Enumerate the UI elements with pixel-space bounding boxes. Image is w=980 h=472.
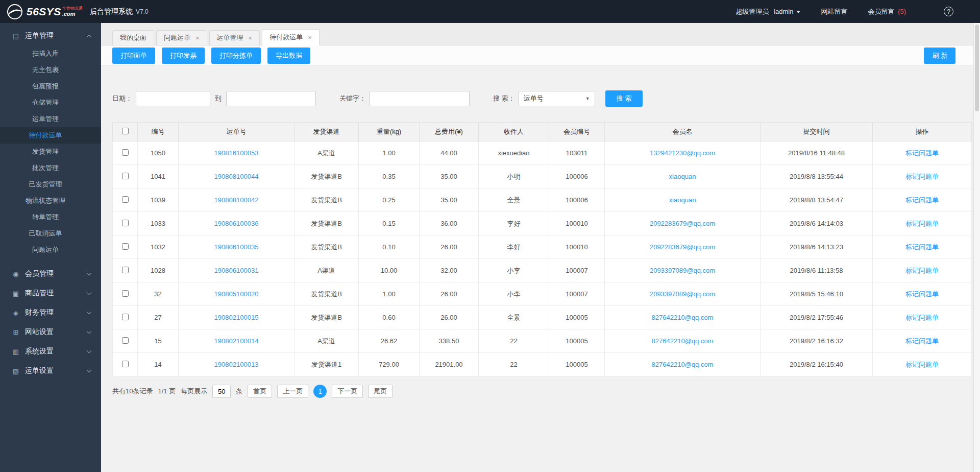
tab[interactable]: 待付款运单 ×	[262, 29, 320, 45]
cell-member-name-link[interactable]: 1329421230@qq.com	[605, 141, 761, 165]
tab[interactable]: 问题运单 ×	[156, 30, 207, 45]
row-checkbox[interactable]	[122, 220, 129, 226]
cell-member-name-link[interactable]: 827642210@qq.com	[605, 353, 761, 376]
sidebar-sub-item[interactable]: 批次管理	[0, 160, 101, 176]
user-menu[interactable]: iadmin	[774, 8, 800, 15]
cell-mark-problem-link[interactable]: 标记问题单	[873, 188, 972, 212]
cell-member-name-link[interactable]: 827642210@qq.com	[605, 329, 761, 353]
last-page-button[interactable]: 尾页	[368, 385, 393, 398]
row-checkbox[interactable]	[122, 267, 129, 273]
cell-mark-problem-link[interactable]: 标记问题单	[873, 282, 972, 306]
nav-group-waybill-management[interactable]: ▤ 运单管理	[0, 26, 101, 45]
nav-group[interactable]: ▧ 运单设置	[0, 361, 101, 381]
sidebar-sub-item[interactable]: 已发货管理	[0, 176, 101, 193]
site-messages-link[interactable]: 网站留言	[821, 7, 847, 16]
date-to-input[interactable]	[226, 91, 316, 106]
sidebar-sub-item[interactable]: 扫描入库	[0, 45, 101, 62]
search-type-select[interactable]: 运单号 ▼	[519, 91, 595, 106]
scrollbar[interactable]	[973, 23, 980, 472]
cell-waybill-link[interactable]: 190802100014	[179, 329, 295, 353]
toolbar-button[interactable]: 导出数据	[267, 48, 310, 64]
tab-close-icon[interactable]: ×	[195, 35, 200, 41]
cell-channel: 发货渠道B	[295, 235, 359, 259]
nav-group[interactable]: ◉ 会员管理	[0, 264, 101, 284]
cell-member-name-link[interactable]: 2093397089@qq.com	[605, 259, 761, 282]
sidebar-sub-item[interactable]: 已取消运单	[0, 225, 101, 242]
toolbar-button[interactable]: 打印发票	[162, 48, 205, 64]
cell-member-name-link[interactable]: xiaoquan	[605, 188, 761, 212]
cell-waybill-link[interactable]: 190808100044	[179, 165, 295, 188]
column-header: 操作	[873, 123, 972, 141]
cell-mark-problem-link[interactable]: 标记问题单	[873, 165, 972, 188]
cell-recipient: 全景	[479, 306, 549, 329]
tab-close-icon[interactable]: ×	[249, 35, 253, 41]
cell-member-name-link[interactable]: 2092283679@qq.com	[605, 235, 761, 259]
search-button[interactable]: 搜 索	[605, 90, 643, 107]
sidebar-sub-item[interactable]: 运单管理	[0, 111, 101, 127]
toolbar-button[interactable]: 打印分拣单	[211, 48, 261, 64]
first-page-button[interactable]: 首页	[248, 385, 272, 398]
row-checkbox-cell	[113, 329, 138, 353]
cell-member-name-link[interactable]: 2093397089@qq.com	[605, 282, 761, 306]
cell-mark-problem-link[interactable]: 标记问题单	[873, 329, 972, 353]
row-checkbox[interactable]	[122, 361, 129, 367]
tab-close-icon[interactable]: ×	[308, 34, 312, 41]
row-checkbox[interactable]	[122, 314, 129, 320]
cell-waybill-link[interactable]: 190816100053	[179, 141, 295, 165]
nav-group[interactable]: ▥ 系统设置	[0, 342, 101, 361]
row-checkbox[interactable]	[122, 290, 129, 297]
sidebar-sub-item[interactable]: 包裹预报	[0, 78, 101, 95]
sidebar-sub-item[interactable]: 转单管理	[0, 209, 101, 225]
cell-member-name-link[interactable]: 827642210@qq.com	[605, 306, 761, 329]
row-checkbox-cell	[113, 259, 138, 282]
row-checkbox[interactable]	[122, 243, 129, 250]
nav-group-icon: ▣	[11, 290, 20, 297]
cell-waybill-link[interactable]: 190808100042	[179, 188, 295, 212]
refresh-button[interactable]: 刷 新	[924, 48, 955, 64]
cell-mark-problem-link[interactable]: 标记问题单	[873, 212, 972, 235]
tab-bar: 我的桌面 问题运单 × 运单管理 × 待付款运单 ×	[101, 23, 980, 45]
current-page-button[interactable]: 1	[313, 385, 327, 398]
scrollbar-thumb[interactable]	[975, 25, 979, 111]
member-messages-link[interactable]: 会员留言 (5)	[868, 7, 906, 16]
row-checkbox[interactable]	[122, 196, 129, 203]
cell-mark-problem-link[interactable]: 标记问题单	[873, 141, 972, 165]
cell-member-name-link[interactable]: xiaoquan	[605, 165, 761, 188]
cell-member-name-link[interactable]: 2092283679@qq.com	[605, 212, 761, 235]
nav-group[interactable]: ▣ 商品管理	[0, 284, 101, 303]
sidebar-sub-item[interactable]: 无主包裹	[0, 62, 101, 78]
toolbar-button[interactable]: 打印面单	[112, 48, 155, 64]
cell-mark-problem-link[interactable]: 标记问题单	[873, 353, 972, 376]
nav-group[interactable]: ◈ 财务管理	[0, 303, 101, 322]
sidebar-sub-item[interactable]: 待付款运单	[0, 127, 101, 144]
select-all-checkbox[interactable]	[122, 128, 129, 134]
help-icon[interactable]: ?	[944, 7, 953, 16]
sidebar-sub-item[interactable]: 问题运单	[0, 242, 101, 258]
row-checkbox[interactable]	[122, 337, 129, 344]
next-page-button[interactable]: 下一页	[332, 385, 363, 398]
cell-channel: 发货渠道B	[295, 282, 359, 306]
keyword-input[interactable]	[370, 91, 470, 106]
row-checkbox[interactable]	[122, 173, 129, 179]
cell-mark-problem-link[interactable]: 标记问题单	[873, 259, 972, 282]
row-checkbox[interactable]	[122, 149, 129, 156]
cell-mark-problem-link[interactable]: 标记问题单	[873, 306, 972, 329]
cell-submit-time: 2019/8/6 14:13:23	[761, 235, 873, 259]
cell-waybill-link[interactable]: 190805100020	[179, 282, 295, 306]
cell-mark-problem-link[interactable]: 标记问题单	[873, 235, 972, 259]
tab[interactable]: 运单管理 ×	[209, 30, 260, 45]
nav-group[interactable]: ⊞ 网站设置	[0, 322, 101, 342]
cell-waybill-link[interactable]: 190802100015	[179, 306, 295, 329]
sidebar-sub-item[interactable]: 发货管理	[0, 144, 101, 160]
cell-waybill-link[interactable]: 190806100031	[179, 259, 295, 282]
prev-page-button[interactable]: 上一页	[277, 385, 308, 398]
cell-waybill-link[interactable]: 190802100013	[179, 353, 295, 376]
per-page-input[interactable]	[212, 385, 231, 398]
sidebar-sub-item[interactable]: 物流状态管理	[0, 193, 101, 209]
cell-waybill-link[interactable]: 190806100036	[179, 212, 295, 235]
sidebar-sub-item[interactable]: 仓储管理	[0, 95, 101, 111]
date-from-input[interactable]	[136, 91, 210, 106]
cell-waybill-link[interactable]: 190806100035	[179, 235, 295, 259]
table-row: 1039 190808100042 发货渠道B 0.25 35.00 全景 10…	[113, 188, 972, 212]
tab[interactable]: 我的桌面	[112, 30, 154, 45]
